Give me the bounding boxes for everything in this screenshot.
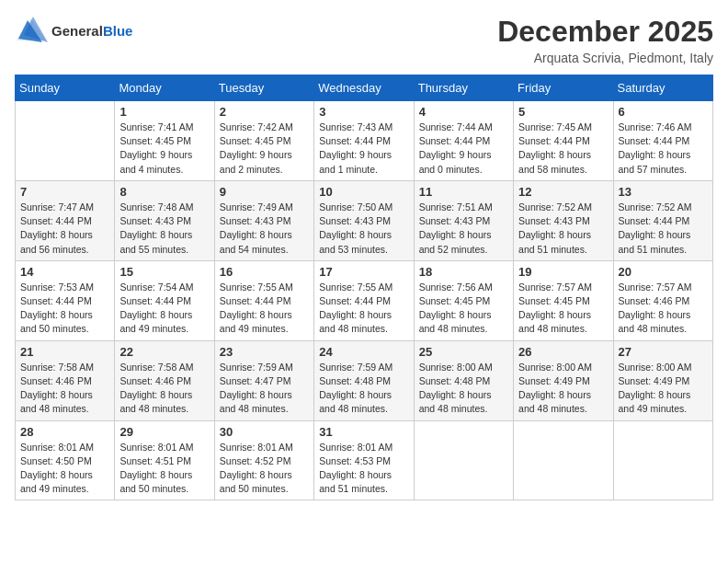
day-number: 26 (518, 345, 608, 359)
day-info: Sunrise: 8:01 AMSunset: 4:50 PMDaylight:… (20, 441, 109, 497)
calendar-cell: 5Sunrise: 7:45 AMSunset: 4:44 PMDaylight… (514, 101, 613, 181)
day-info: Sunrise: 7:46 AMSunset: 4:44 PMDaylight:… (619, 121, 708, 177)
calendar-cell: 21Sunrise: 7:58 AMSunset: 4:46 PMDayligh… (16, 340, 115, 420)
location: Arquata Scrivia, Piedmont, Italy (497, 51, 713, 65)
day-number: 24 (319, 345, 408, 359)
day-info: Sunrise: 7:55 AMSunset: 4:44 PMDaylight:… (220, 281, 309, 337)
day-number: 29 (119, 425, 209, 439)
calendar-cell: 11Sunrise: 7:51 AMSunset: 4:43 PMDayligh… (414, 180, 513, 260)
calendar-cell: 7Sunrise: 7:47 AMSunset: 4:44 PMDaylight… (16, 180, 115, 260)
day-info: Sunrise: 7:58 AMSunset: 4:46 PMDaylight:… (119, 361, 209, 417)
day-number: 15 (119, 265, 209, 279)
calendar-cell: 20Sunrise: 7:57 AMSunset: 4:46 PMDayligh… (613, 260, 712, 340)
day-info: Sunrise: 7:52 AMSunset: 4:44 PMDaylight:… (619, 201, 708, 257)
day-info: Sunrise: 7:55 AMSunset: 4:44 PMDaylight:… (319, 281, 408, 337)
calendar-cell (16, 101, 115, 181)
day-info: Sunrise: 8:00 AMSunset: 4:49 PMDaylight:… (619, 361, 708, 417)
logo-icon (15, 15, 48, 48)
day-number: 14 (20, 265, 109, 279)
calendar-cell: 23Sunrise: 7:59 AMSunset: 4:47 PMDayligh… (214, 340, 313, 420)
calendar-cell: 12Sunrise: 7:52 AMSunset: 4:43 PMDayligh… (514, 180, 613, 260)
logo-text: GeneralBlue (51, 23, 132, 40)
calendar-cell: 13Sunrise: 7:52 AMSunset: 4:44 PMDayligh… (613, 180, 712, 260)
day-info: Sunrise: 8:01 AMSunset: 4:51 PMDaylight:… (119, 441, 209, 497)
logo-blue: Blue (103, 23, 133, 39)
day-number: 11 (419, 185, 508, 199)
day-info: Sunrise: 7:57 AMSunset: 4:46 PMDaylight:… (619, 281, 708, 337)
day-number: 12 (518, 185, 608, 199)
day-number: 31 (319, 425, 408, 439)
day-number: 22 (119, 345, 209, 359)
day-info: Sunrise: 7:59 AMSunset: 4:47 PMDaylight:… (220, 361, 309, 417)
calendar-cell: 8Sunrise: 7:48 AMSunset: 4:43 PMDaylight… (115, 180, 214, 260)
day-number: 2 (220, 105, 309, 119)
day-info: Sunrise: 7:41 AMSunset: 4:45 PMDaylight:… (119, 121, 209, 177)
calendar-cell: 15Sunrise: 7:54 AMSunset: 4:44 PMDayligh… (115, 260, 214, 340)
logo-general: General (51, 23, 103, 39)
day-info: Sunrise: 7:44 AMSunset: 4:44 PMDaylight:… (419, 121, 508, 177)
day-number: 30 (220, 425, 309, 439)
calendar-cell: 14Sunrise: 7:53 AMSunset: 4:44 PMDayligh… (16, 260, 115, 340)
calendar-table: SundayMondayTuesdayWednesdayThursdayFrid… (15, 75, 713, 500)
logo: GeneralBlue (15, 15, 132, 48)
day-info: Sunrise: 7:52 AMSunset: 4:43 PMDaylight:… (518, 201, 608, 257)
day-info: Sunrise: 7:56 AMSunset: 4:45 PMDaylight:… (419, 281, 508, 337)
calendar-cell: 24Sunrise: 7:59 AMSunset: 4:48 PMDayligh… (314, 340, 414, 420)
day-number: 23 (220, 345, 309, 359)
calendar-cell (613, 420, 712, 500)
calendar-cell: 9Sunrise: 7:49 AMSunset: 4:43 PMDaylight… (214, 180, 313, 260)
day-info: Sunrise: 7:59 AMSunset: 4:48 PMDaylight:… (319, 361, 408, 417)
calendar-cell: 31Sunrise: 8:01 AMSunset: 4:53 PMDayligh… (314, 420, 414, 500)
calendar-cell: 26Sunrise: 8:00 AMSunset: 4:49 PMDayligh… (514, 340, 613, 420)
day-number: 21 (20, 345, 109, 359)
day-info: Sunrise: 7:54 AMSunset: 4:44 PMDaylight:… (119, 281, 209, 337)
calendar-cell: 6Sunrise: 7:46 AMSunset: 4:44 PMDaylight… (613, 101, 712, 181)
day-number: 8 (119, 185, 209, 199)
calendar-cell: 25Sunrise: 8:00 AMSunset: 4:48 PMDayligh… (414, 340, 513, 420)
day-info: Sunrise: 7:50 AMSunset: 4:43 PMDaylight:… (319, 201, 408, 257)
calendar-week-row: 21Sunrise: 7:58 AMSunset: 4:46 PMDayligh… (16, 340, 713, 420)
calendar-day-header: Sunday (16, 75, 115, 101)
calendar-cell: 2Sunrise: 7:42 AMSunset: 4:45 PMDaylight… (214, 101, 313, 181)
day-info: Sunrise: 8:00 AMSunset: 4:49 PMDaylight:… (518, 361, 608, 417)
day-info: Sunrise: 7:42 AMSunset: 4:45 PMDaylight:… (220, 121, 309, 177)
day-number: 10 (319, 185, 408, 199)
calendar-cell: 18Sunrise: 7:56 AMSunset: 4:45 PMDayligh… (414, 260, 513, 340)
day-number: 28 (20, 425, 109, 439)
day-number: 17 (319, 265, 408, 279)
calendar-day-header: Tuesday (214, 75, 313, 101)
day-info: Sunrise: 8:01 AMSunset: 4:52 PMDaylight:… (220, 441, 309, 497)
day-info: Sunrise: 7:57 AMSunset: 4:45 PMDaylight:… (518, 281, 608, 337)
day-number: 6 (619, 105, 708, 119)
month-title: December 2025 (497, 15, 713, 49)
day-number: 16 (220, 265, 309, 279)
day-number: 7 (20, 185, 109, 199)
calendar-cell: 19Sunrise: 7:57 AMSunset: 4:45 PMDayligh… (514, 260, 613, 340)
day-info: Sunrise: 7:45 AMSunset: 4:44 PMDaylight:… (518, 121, 608, 177)
calendar-cell: 10Sunrise: 7:50 AMSunset: 4:43 PMDayligh… (314, 180, 414, 260)
day-number: 4 (419, 105, 508, 119)
calendar-day-header: Friday (514, 75, 613, 101)
day-info: Sunrise: 8:00 AMSunset: 4:48 PMDaylight:… (419, 361, 508, 417)
day-info: Sunrise: 7:49 AMSunset: 4:43 PMDaylight:… (220, 201, 309, 257)
calendar-week-row: 28Sunrise: 8:01 AMSunset: 4:50 PMDayligh… (16, 420, 713, 500)
calendar-cell: 16Sunrise: 7:55 AMSunset: 4:44 PMDayligh… (214, 260, 313, 340)
calendar-cell: 22Sunrise: 7:58 AMSunset: 4:46 PMDayligh… (115, 340, 214, 420)
day-info: Sunrise: 8:01 AMSunset: 4:53 PMDaylight:… (319, 441, 408, 497)
day-number: 18 (419, 265, 508, 279)
calendar-day-header: Saturday (613, 75, 712, 101)
day-number: 20 (619, 265, 708, 279)
page-header: GeneralBlue December 2025 Arquata Scrivi… (15, 15, 713, 65)
day-info: Sunrise: 7:51 AMSunset: 4:43 PMDaylight:… (419, 201, 508, 257)
day-number: 3 (319, 105, 408, 119)
calendar-cell: 1Sunrise: 7:41 AMSunset: 4:45 PMDaylight… (115, 101, 214, 181)
title-block: December 2025 Arquata Scrivia, Piedmont,… (497, 15, 713, 65)
day-number: 9 (220, 185, 309, 199)
calendar-cell (514, 420, 613, 500)
calendar-week-row: 14Sunrise: 7:53 AMSunset: 4:44 PMDayligh… (16, 260, 713, 340)
calendar-week-row: 1Sunrise: 7:41 AMSunset: 4:45 PMDaylight… (16, 101, 713, 181)
day-number: 27 (619, 345, 708, 359)
day-number: 1 (119, 105, 209, 119)
calendar-day-header: Thursday (414, 75, 513, 101)
calendar-cell: 17Sunrise: 7:55 AMSunset: 4:44 PMDayligh… (314, 260, 414, 340)
